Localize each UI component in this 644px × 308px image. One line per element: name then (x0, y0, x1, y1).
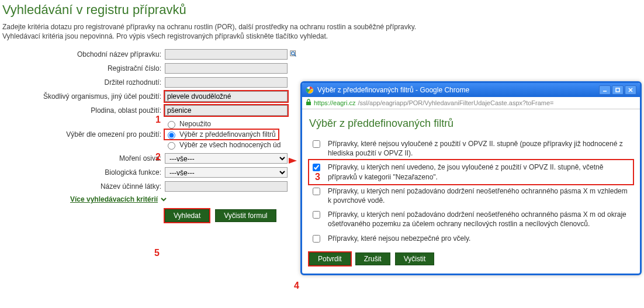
popup-heading: Výběr z předdefinovaných filtrů (309, 117, 633, 130)
close-button[interactable] (625, 85, 636, 95)
chrome-icon (306, 86, 314, 94)
radio-predef-label: Výběr z předdefinovaných filtrů (179, 130, 276, 139)
clear-button[interactable]: Vyčistit (395, 252, 435, 265)
label-reg-num: Registrační číslo: (0, 64, 165, 72)
marker-2: 2 (155, 152, 161, 162)
filter-checkbox-5[interactable] (313, 235, 320, 243)
filter-row-1[interactable]: Přípravky, které nejsou vyloučené z použ… (309, 137, 633, 160)
address-bar[interactable]: https://eagri.cz/ssl/app/eagriapp/POR/Vy… (302, 97, 640, 109)
label-restrict: Výběr dle omezení pro použití: (0, 130, 165, 139)
popup-window-title: Výběr z předdefinovaných filtrů - Google… (317, 86, 595, 94)
filter-text-4: Přípravky, u kterých není požadováno dod… (328, 210, 632, 229)
label-trade-name: Obchodní název přípravku: (0, 50, 165, 58)
svg-rect-9 (306, 102, 311, 105)
confirm-button[interactable]: Potvrdit (309, 252, 351, 265)
filter-row-5[interactable]: Přípravky, které nejsou nebezpečné pro v… (309, 231, 633, 247)
radio-predef[interactable]: Výběr z předdefinovaných filtrů (165, 130, 278, 139)
radio-nepouzito-input[interactable] (168, 121, 175, 129)
radio-predef-input[interactable] (168, 131, 175, 139)
url-host: https://eagri.cz (314, 99, 356, 106)
marker-3: 3 (315, 172, 320, 182)
marker-5: 5 (154, 248, 160, 258)
seed-select[interactable]: ---vše--- (165, 153, 288, 164)
pest-input[interactable] (165, 91, 288, 102)
more-criteria-label: Více vyhledávacích kritérií (70, 195, 158, 203)
more-criteria-link[interactable]: Více vyhledávacích kritérií (70, 195, 167, 203)
radio-all-label: Výběr ze všech hodnocených úd (179, 141, 281, 149)
radio-nepouzito-label: Nepoužito (179, 120, 211, 128)
url-path: /ssl/app/eagriapp/POR/VyhledavaniFilterU… (358, 99, 554, 106)
intro-line-2: Vyhledávací kritéria jsou nepovinná. Pro… (2, 32, 328, 40)
label-crop: Plodina, oblast použití: (0, 106, 165, 115)
marker-4: 4 (294, 281, 299, 291)
intro-text: Zadejte kritéria dotazu pro registrované… (0, 22, 644, 46)
label-holder: Držitel rozhodnutí: (0, 78, 165, 86)
crop-input[interactable] (165, 105, 288, 116)
maximize-button[interactable] (612, 85, 624, 95)
filter-text-3: Přípravky, u kterých není požadováno dod… (328, 186, 632, 205)
search-button[interactable]: Vyhledat (165, 209, 209, 222)
radio-all-input[interactable] (168, 142, 175, 150)
label-seed: Moření osiva: (0, 154, 165, 162)
filter-row-3[interactable]: Přípravky, u kterých není požadováno dod… (309, 184, 633, 207)
label-substance: Název účinné látky: (0, 182, 165, 191)
radio-nepouzito[interactable]: Nepoužito (165, 119, 281, 129)
marker-1: 1 (155, 115, 161, 125)
filter-checkbox-2[interactable] (313, 164, 320, 171)
lock-icon (306, 99, 311, 107)
filter-text-2: Přípravky, u kterých není uvedeno, že js… (328, 162, 632, 181)
holder-input[interactable] (165, 77, 288, 88)
intro-line-1: Zadejte kritéria dotazu pro registrované… (2, 23, 416, 31)
minimize-button[interactable] (599, 85, 611, 95)
reg-num-input[interactable] (165, 63, 288, 74)
label-biofunc: Biologická funkce: (0, 168, 165, 177)
cancel-button[interactable]: Zrušit (355, 252, 390, 265)
search-icon[interactable] (290, 50, 298, 58)
substance-input[interactable] (165, 181, 288, 192)
arrow-red-icon (289, 158, 297, 164)
filter-row-2[interactable]: Přípravky, u kterých není uvedeno, že js… (309, 160, 633, 184)
clear-form-button[interactable]: Vyčistit formul (215, 209, 276, 222)
popup-titlebar[interactable]: Výběr z předdefinovaných filtrů - Google… (302, 83, 640, 97)
filter-checkbox-1[interactable] (313, 140, 320, 148)
filter-checkbox-3[interactable] (313, 188, 320, 195)
svg-rect-6 (616, 88, 619, 92)
biofunc-select[interactable]: ---vše--- (165, 167, 288, 178)
filter-text-1: Přípravky, které nejsou vyloučené z použ… (328, 139, 632, 158)
trade-name-input[interactable] (165, 49, 288, 60)
label-pest: Škodlivý organismus, jiný účel použití: (0, 92, 165, 101)
page-title: Vyhledávání v registru přípravků (0, 2, 644, 18)
filter-text-5: Přípravky, které nejsou nebezpečné pro v… (328, 234, 632, 243)
filter-row-4[interactable]: Přípravky, u kterých není požadováno dod… (309, 207, 633, 231)
filter-popup: Výběr z předdefinovaných filtrů - Google… (300, 81, 642, 275)
filter-checkbox-4[interactable] (313, 211, 320, 219)
chevron-down-icon (160, 196, 167, 203)
radio-all[interactable]: Výběr ze všech hodnocených úd (165, 140, 281, 150)
